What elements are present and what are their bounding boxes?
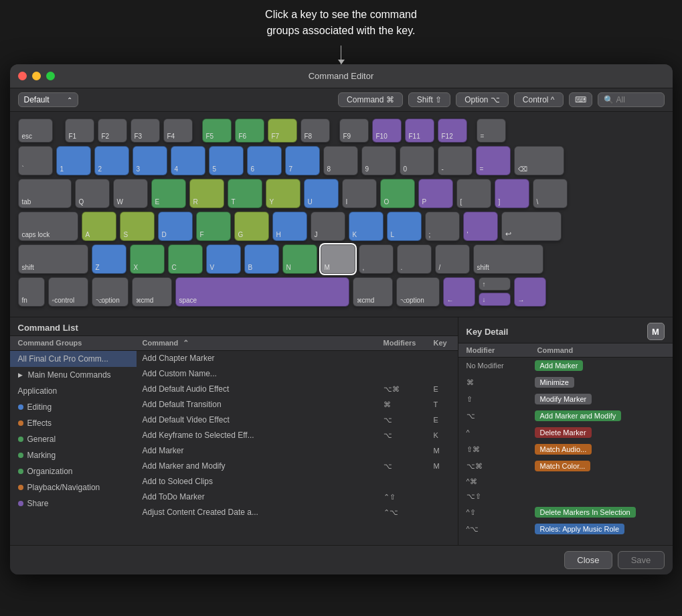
key-backspace[interactable]: ⌫: [514, 146, 564, 175]
key-p[interactable]: P: [418, 179, 453, 208]
key-d[interactable]: D: [158, 212, 193, 241]
command-row[interactable]: Add Default Video Effect ⌥ E: [137, 412, 458, 428]
key-down[interactable]: ↓: [479, 293, 511, 306]
key-esc[interactable]: esc: [18, 119, 53, 143]
key-f1[interactable]: F1: [65, 119, 94, 143]
key-2[interactable]: 2: [94, 146, 129, 175]
shift-modifier-btn[interactable]: Shift ⇧: [408, 92, 450, 107]
command-pill[interactable]: Modify Marker: [535, 394, 592, 404]
key-f[interactable]: F: [196, 212, 231, 241]
control-modifier-btn[interactable]: Control ^: [514, 92, 564, 107]
key-cmd-right[interactable]: ⌘cmd: [353, 277, 393, 307]
command-row[interactable]: Add Default Audio Effect ⌥⌘ E: [137, 382, 458, 397]
key-backslash[interactable]: \: [533, 179, 568, 208]
key-1[interactable]: 1: [56, 146, 91, 175]
keyboard-layout-btn[interactable]: ⌨: [569, 92, 592, 107]
minimize-button[interactable]: [32, 72, 41, 80]
key-capslock[interactable]: caps lock: [18, 212, 78, 241]
command-pill[interactable]: Roles: Apply Music Role: [535, 524, 625, 534]
key-i[interactable]: I: [342, 179, 377, 208]
search-box[interactable]: 🔍 All: [598, 92, 665, 107]
key-7[interactable]: 7: [285, 146, 320, 175]
command-row[interactable]: Add Marker and Modify ⌥ M: [137, 459, 458, 474]
group-item[interactable]: ▶Main Menu Commands: [10, 367, 137, 383]
group-item[interactable]: General: [10, 431, 137, 447]
group-item[interactable]: Playback/Navigation: [10, 479, 137, 495]
key-a[interactable]: A: [82, 212, 116, 241]
key-enter[interactable]: ↩: [501, 212, 562, 241]
group-item[interactable]: Organization: [10, 463, 137, 479]
key-comma[interactable]: ,: [359, 244, 394, 274]
key-l[interactable]: L: [387, 212, 422, 241]
option-modifier-btn[interactable]: Option ⌥: [456, 92, 509, 107]
preset-dropdown[interactable]: Default ⌃: [18, 92, 78, 107]
key-control[interactable]: ^control: [48, 277, 88, 307]
group-item[interactable]: All Final Cut Pro Comm...: [10, 351, 137, 367]
key-h[interactable]: H: [272, 212, 307, 241]
key-period[interactable]: .: [397, 244, 432, 274]
group-item[interactable]: Effects: [10, 415, 137, 431]
group-item[interactable]: Editing: [10, 399, 137, 415]
command-row[interactable]: Add Default Transition ⌘ T: [137, 397, 458, 412]
key-f11[interactable]: F11: [405, 119, 434, 143]
command-row[interactable]: Add ToDo Marker ⌃⇧: [137, 489, 458, 505]
key-f3[interactable]: F3: [131, 119, 160, 143]
command-row[interactable]: Add Custom Name...: [137, 366, 458, 382]
command-row[interactable]: Add to Soloed Clips: [137, 474, 458, 489]
key-s[interactable]: S: [120, 212, 155, 241]
key-shift-left[interactable]: shift: [18, 244, 88, 274]
key-f4[interactable]: F4: [163, 119, 193, 143]
command-pill[interactable]: Delete Markers In Selection: [535, 507, 636, 518]
key-slash[interactable]: /: [435, 244, 470, 274]
key-w[interactable]: W: [113, 179, 148, 208]
key-r[interactable]: R: [189, 179, 224, 208]
key-option-left[interactable]: ⌥option: [92, 277, 129, 307]
key-b[interactable]: B: [244, 244, 279, 274]
group-item[interactable]: Application: [10, 383, 137, 399]
key-backtick[interactable]: `: [18, 146, 53, 175]
key-f9[interactable]: F9: [339, 119, 369, 143]
command-pill[interactable]: Delete Marker: [535, 427, 592, 438]
key-f8[interactable]: F8: [301, 119, 330, 143]
key-shift-right[interactable]: shift: [473, 244, 543, 274]
key-0[interactable]: 0: [400, 146, 434, 175]
key-o[interactable]: O: [380, 179, 415, 208]
key-u[interactable]: U: [304, 179, 339, 208]
command-pill[interactable]: Minimize: [535, 377, 574, 388]
key-f12[interactable]: F12: [438, 119, 467, 143]
key-8[interactable]: 8: [323, 146, 358, 175]
key-f2[interactable]: F2: [98, 119, 127, 143]
key-f7[interactable]: F7: [268, 119, 297, 143]
key-j[interactable]: J: [311, 212, 345, 241]
key-space[interactable]: space: [175, 277, 349, 307]
command-pill[interactable]: Match Audio...: [535, 444, 592, 455]
command-row[interactable]: Add Chapter Marker: [137, 351, 458, 366]
save-button[interactable]: Save: [618, 551, 665, 569]
key-z[interactable]: Z: [92, 244, 126, 274]
key-x[interactable]: X: [130, 244, 165, 274]
key-q[interactable]: Q: [75, 179, 110, 208]
key-right[interactable]: →: [514, 277, 546, 307]
command-row[interactable]: Add Keyframe to Selected Eff... ⌥ K: [137, 428, 458, 443]
key-lbracket[interactable]: [: [456, 179, 491, 208]
key-cmd-left[interactable]: ⌘cmd: [132, 277, 172, 307]
key-3[interactable]: 3: [133, 146, 167, 175]
key-tab[interactable]: tab: [18, 179, 72, 208]
key-fn[interactable]: fn: [18, 277, 45, 307]
key-5[interactable]: 5: [209, 146, 244, 175]
key-t[interactable]: T: [228, 179, 262, 208]
command-modifier-btn[interactable]: Command ⌘: [338, 92, 403, 107]
key-minus[interactable]: -: [438, 146, 473, 175]
key-rbracket[interactable]: ]: [495, 179, 529, 208]
key-c[interactable]: C: [168, 244, 203, 274]
key-y[interactable]: Y: [266, 179, 301, 208]
close-button[interactable]: [18, 72, 27, 80]
key-semicolon[interactable]: ;: [425, 212, 460, 241]
key-k[interactable]: K: [349, 212, 383, 241]
key-v[interactable]: V: [206, 244, 241, 274]
command-pill[interactable]: Match Color...: [535, 461, 591, 471]
command-pill[interactable]: Add Marker: [535, 360, 584, 371]
key-up[interactable]: ↑: [479, 277, 511, 291]
group-item[interactable]: Share: [10, 495, 137, 512]
key-option-right[interactable]: ⌥option: [396, 277, 440, 307]
